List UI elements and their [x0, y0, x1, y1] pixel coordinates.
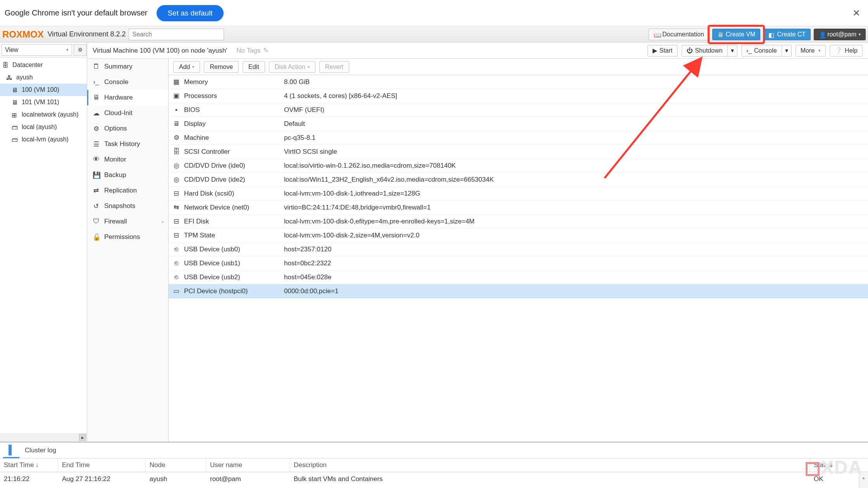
resource-tree-panel: View ▾ ⚙ 🗄 Datacenter 🖧 ayush 🖥 100 (VM … [0, 43, 87, 442]
tree-settings-button[interactable]: ⚙ [74, 44, 87, 56]
tab-replication[interactable]: ⇄Replication [87, 183, 168, 198]
set-default-button[interactable]: Set as default [157, 5, 223, 21]
hw-processors[interactable]: ▣Processors4 (1 sockets, 4 cores) [x86-6… [169, 89, 868, 103]
console-menu-button[interactable]: ▾ [782, 45, 792, 57]
scroll-up-icon[interactable]: ▴ [859, 473, 868, 482]
remove-button[interactable]: Remove [204, 61, 239, 73]
eye-icon: 👁 [93, 156, 100, 163]
col-status[interactable]: Status [810, 459, 868, 472]
hw-memory[interactable]: ▦Memory8.00 GiB [169, 75, 868, 89]
no-tags-label: No Tags [236, 47, 260, 54]
edit-button[interactable]: Edit [243, 61, 265, 73]
console-button[interactable]: ›_ Console [741, 45, 782, 57]
tab-hardware[interactable]: 🖥Hardware [87, 90, 168, 105]
user-menu-button[interactable]: 👤 root@pam ▾ [814, 29, 866, 40]
tab-summary[interactable]: 🗒Summary [87, 59, 168, 74]
chevron-down-icon: ▾ [66, 47, 69, 52]
log-v-scrollbar[interactable]: ▴ [859, 473, 868, 488]
hdd-icon: ⊟ [169, 231, 184, 239]
tree-vm-100[interactable]: 🖥 100 (VM 100) [0, 84, 87, 96]
hw-bios[interactable]: ▪BIOSOVMF (UEFI) [169, 103, 868, 117]
more-button[interactable]: More ▾ [796, 45, 826, 57]
hw-netdev[interactable]: ⇆Network Device (net0)virtio=BC:24:11:74… [169, 201, 868, 215]
hw-tpm[interactable]: ⊟TPM Statelocal-lvm:vm-100-disk-2,size=4… [169, 229, 868, 242]
col-node[interactable]: Node [146, 459, 206, 472]
start-label: Start [660, 47, 673, 54]
database-icon: 🗄 [169, 148, 184, 156]
disk-action-label: Disk Action [275, 64, 305, 70]
terminal-icon: ›_ [93, 78, 100, 86]
shutdown-menu-button[interactable]: ▾ [728, 45, 737, 57]
tab-task-history[interactable]: ☰Task History [87, 136, 168, 152]
col-user[interactable]: User name [206, 459, 290, 472]
storage-icon: 🗃 [12, 136, 19, 143]
tree-local-lvm-storage[interactable]: 🗃 local-lvm (ayush) [0, 133, 87, 146]
hw-usb2[interactable]: ⎋USB Device (usb2)host=045e:028e [169, 270, 868, 284]
disc-icon: ◎ [169, 162, 184, 170]
help-button[interactable]: ❔ Help [830, 45, 863, 57]
tab-snapshots[interactable]: ↺Snapshots [87, 198, 168, 214]
tree-localnetwork[interactable]: ⊞ localnetwork (ayush) [0, 108, 87, 121]
hw-harddisk[interactable]: ⊟Hard Disk (scsi0)local-lvm:vm-100-disk-… [169, 187, 868, 201]
no-tags[interactable]: No Tags ✎ [236, 46, 269, 55]
view-selector[interactable]: View ▾ [2, 44, 72, 56]
monitor-icon: 🖥 [12, 87, 19, 93]
hw-efidisk[interactable]: ⊟EFI Disklocal-lvm:vm-100-disk-0,efitype… [169, 215, 868, 229]
revert-button[interactable]: Revert [319, 61, 349, 73]
tab-console[interactable]: ›_Console [87, 74, 168, 90]
tab-permissions[interactable]: 🔓Permissions [87, 229, 168, 245]
create-vm-button[interactable]: 🖥 Create VM [712, 29, 760, 40]
hw-cd-ide2[interactable]: ◎CD/DVD Drive (ide2)local:iso/Win11_23H2… [169, 173, 868, 187]
chevron-down-icon: ▾ [818, 48, 821, 53]
hw-scsi[interactable]: 🗄SCSI ControllerVirtIO SCSI single [169, 145, 868, 159]
add-button[interactable]: Add▾ [173, 61, 200, 73]
sync-icon: ⇄ [93, 187, 100, 195]
hw-usb1[interactable]: ⎋USB Device (usb1)host=0bc2:2322 [169, 256, 868, 270]
scrollbar-right-arrow-icon[interactable]: ▸ [79, 434, 86, 441]
tab-cluster-log[interactable]: Cluster log [19, 443, 62, 458]
tree-label: 100 (VM 100) [22, 86, 59, 93]
tab-options[interactable]: ⚙Options [87, 121, 168, 136]
close-icon[interactable]: ✕ [849, 6, 863, 20]
hw-val: pc-q35-8.1 [284, 134, 868, 142]
hw-val: local-lvm:vm-100-disk-0,efitype=4m,pre-e… [284, 218, 868, 225]
disk-action-button[interactable]: Disk Action▾ [269, 61, 315, 73]
cloud-icon: ☁ [93, 109, 100, 117]
col-start-time[interactable]: Start Time ↓ [0, 459, 58, 472]
hw-val: 0000:0d:00,pcie=1 [284, 287, 868, 295]
search-input[interactable] [129, 29, 224, 40]
hw-key: USB Device (usb1) [184, 259, 284, 267]
col-description[interactable]: Description [290, 459, 810, 472]
start-button[interactable]: ▶ Start [648, 45, 678, 57]
page-title: Virtual Machine 100 (VM 100) on node 'ay… [93, 47, 227, 55]
tree-h-scrollbar[interactable]: ▸ [0, 433, 87, 442]
tab-monitor[interactable]: 👁Monitor [87, 152, 168, 167]
documentation-button[interactable]: 📖 Documentation [649, 29, 709, 40]
tree-local-storage[interactable]: 🗃 local (ayush) [0, 121, 87, 133]
hw-key: Processors [184, 92, 284, 100]
tree-datacenter[interactable]: 🗄 Datacenter [0, 59, 87, 71]
log-row[interactable]: 21:16:22 Aug 27 21:16:22 ayush root@pam … [0, 472, 868, 486]
hw-machine[interactable]: ⚙Machinepc-q35-8.1 [169, 131, 868, 145]
cell-desc: Bulk start VMs and Containers [290, 472, 810, 486]
tab-backup[interactable]: 💾Backup [87, 167, 168, 183]
hw-key: USB Device (usb0) [184, 246, 284, 253]
shutdown-button[interactable]: ⏻ Shutdown [682, 45, 728, 57]
lock-icon: 🔓 [93, 233, 100, 241]
tab-cloudinit[interactable]: ☁Cloud-Init [87, 105, 168, 121]
tab-firewall[interactable]: 🛡Firewall▸ [87, 214, 168, 229]
hw-val: 8.00 GiB [284, 78, 868, 86]
cube-icon: ◧ [768, 31, 775, 38]
col-end-time[interactable]: End Time [58, 459, 146, 472]
hw-usb0[interactable]: ⎋USB Device (usb0)host=2357:0120 [169, 242, 868, 256]
hw-cd-ide0[interactable]: ◎CD/DVD Drive (ide0)local:iso/virtio-win… [169, 159, 868, 173]
hw-pci0[interactable]: ▭PCI Device (hostpci0)0000:0d:00,pcie=1 [169, 284, 868, 298]
tree-label: ayush [16, 74, 33, 81]
hw-display[interactable]: 🖥DisplayDefault [169, 117, 868, 131]
tree-node-ayush[interactable]: 🖧 ayush [0, 71, 87, 84]
history-icon: ↺ [93, 202, 100, 210]
create-ct-button[interactable]: ◧ Create CT [763, 29, 811, 40]
tree-vm-101[interactable]: 🖥 101 (VM 101) [0, 96, 87, 108]
tab-tasks[interactable]: Tasks [3, 443, 19, 458]
console-label: Console [754, 47, 777, 54]
